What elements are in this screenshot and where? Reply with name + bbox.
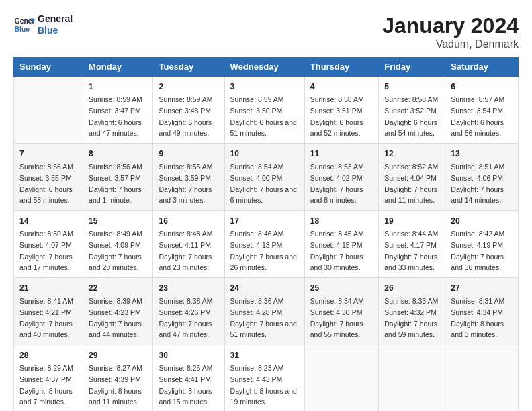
cell-w1-d4: 11Sunrise: 8:53 AMSunset: 4:02 PMDayligh… xyxy=(304,144,378,211)
daylight: Daylight: 7 hours and 6 minutes. xyxy=(230,185,297,205)
cell-w0-d3: 3Sunrise: 8:59 AMSunset: 3:50 PMDaylight… xyxy=(224,77,304,144)
day-number: 17 xyxy=(230,215,299,227)
daylight: Daylight: 7 hours and 40 minutes. xyxy=(19,320,73,339)
sunset: Sunset: 3:51 PM xyxy=(310,107,363,115)
sunset: Sunset: 3:52 PM xyxy=(384,107,437,115)
sunrise: Sunrise: 8:59 AM xyxy=(89,95,142,103)
sunset: Sunset: 4:21 PM xyxy=(19,308,72,316)
sunrise: Sunrise: 8:57 AM xyxy=(451,95,504,103)
daylight: Daylight: 7 hours and 44 minutes. xyxy=(89,320,142,339)
week-row-1: 7Sunrise: 8:56 AMSunset: 3:55 PMDaylight… xyxy=(14,144,519,211)
cell-w2-d2: 16Sunrise: 8:48 AMSunset: 4:11 PMDayligh… xyxy=(153,211,224,278)
day-number: 31 xyxy=(230,349,299,361)
cell-w0-d6: 6Sunrise: 8:57 AMSunset: 3:54 PMDaylight… xyxy=(445,77,519,144)
sunrise: Sunrise: 8:33 AM xyxy=(384,297,438,305)
sunset: Sunset: 4:04 PM xyxy=(384,174,437,182)
cell-w2-d1: 15Sunrise: 8:49 AMSunset: 4:09 PMDayligh… xyxy=(83,211,153,278)
cell-w4-d1: 29Sunrise: 8:27 AMSunset: 4:39 PMDayligh… xyxy=(83,345,153,412)
sunrise: Sunrise: 8:51 AM xyxy=(451,163,504,171)
calendar-table: Sunday Monday Tuesday Wednesday Thursday… xyxy=(13,57,519,411)
sunset: Sunset: 4:37 PM xyxy=(19,375,72,383)
day-number: 4 xyxy=(310,81,373,93)
week-row-0: 1Sunrise: 8:59 AMSunset: 3:47 PMDaylight… xyxy=(14,77,519,144)
cell-w0-d5: 5Sunrise: 8:58 AMSunset: 3:52 PMDaylight… xyxy=(379,77,445,144)
day-number: 22 xyxy=(89,282,147,294)
sunset: Sunset: 3:59 PM xyxy=(159,174,211,182)
day-number: 20 xyxy=(451,215,513,227)
sunrise: Sunrise: 8:45 AM xyxy=(310,230,364,238)
sunset: Sunset: 4:11 PM xyxy=(159,241,211,249)
daylight: Daylight: 7 hours and 11 minutes. xyxy=(384,185,437,205)
cell-w3-d5: 26Sunrise: 8:33 AMSunset: 4:32 PMDayligh… xyxy=(379,278,445,345)
day-number: 26 xyxy=(384,282,439,294)
day-number: 24 xyxy=(230,282,299,294)
sunrise: Sunrise: 8:58 AM xyxy=(310,95,364,103)
sunset: Sunset: 4:06 PM xyxy=(451,174,503,182)
day-number: 11 xyxy=(310,148,373,160)
cell-w3-d2: 23Sunrise: 8:38 AMSunset: 4:26 PMDayligh… xyxy=(153,278,224,345)
day-number: 19 xyxy=(384,215,439,227)
day-number: 28 xyxy=(19,349,77,361)
header-row: Sunday Monday Tuesday Wednesday Thursday… xyxy=(14,58,519,77)
sunrise: Sunrise: 8:41 AM xyxy=(19,297,73,305)
col-saturday: Saturday xyxy=(445,58,519,77)
sunrise: Sunrise: 8:29 AM xyxy=(19,364,73,372)
day-number: 25 xyxy=(310,282,373,294)
daylight: Daylight: 8 hours and 19 minutes. xyxy=(230,387,297,406)
cell-w1-d3: 10Sunrise: 8:54 AMSunset: 4:00 PMDayligh… xyxy=(224,144,304,211)
sunrise: Sunrise: 8:59 AM xyxy=(159,95,212,103)
col-sunday: Sunday xyxy=(14,58,83,77)
col-wednesday: Wednesday xyxy=(224,58,304,77)
sunset: Sunset: 4:02 PM xyxy=(310,174,363,182)
sunset: Sunset: 4:26 PM xyxy=(159,308,211,316)
cell-w4-d0: 28Sunrise: 8:29 AMSunset: 4:37 PMDayligh… xyxy=(14,345,83,412)
sunrise: Sunrise: 8:50 AM xyxy=(19,230,73,238)
cell-w4-d2: 30Sunrise: 8:25 AMSunset: 4:41 PMDayligh… xyxy=(153,345,224,412)
day-number: 16 xyxy=(159,215,218,227)
sunset: Sunset: 4:09 PM xyxy=(89,241,141,249)
sunrise: Sunrise: 8:48 AM xyxy=(159,230,212,238)
daylight: Daylight: 6 hours and 49 minutes. xyxy=(159,118,212,138)
daylight: Daylight: 8 hours and 15 minutes. xyxy=(159,387,212,406)
day-number: 21 xyxy=(19,282,77,294)
daylight: Daylight: 7 hours and 33 minutes. xyxy=(384,253,437,272)
cell-w4-d4 xyxy=(304,345,378,412)
sunrise: Sunrise: 8:59 AM xyxy=(230,95,284,103)
day-number: 14 xyxy=(19,215,77,227)
day-number: 8 xyxy=(89,148,147,160)
day-number: 18 xyxy=(310,215,373,227)
cell-w1-d1: 8Sunrise: 8:56 AMSunset: 3:57 PMDaylight… xyxy=(83,144,153,211)
sunset: Sunset: 4:41 PM xyxy=(159,375,211,383)
daylight: Daylight: 7 hours and 3 minutes. xyxy=(159,185,212,205)
col-thursday: Thursday xyxy=(304,58,378,77)
cell-w3-d3: 24Sunrise: 8:36 AMSunset: 4:28 PMDayligh… xyxy=(224,278,304,345)
week-row-4: 28Sunrise: 8:29 AMSunset: 4:37 PMDayligh… xyxy=(14,345,519,412)
sunrise: Sunrise: 8:53 AM xyxy=(310,163,364,171)
logo-line1: General xyxy=(38,13,73,25)
cell-w0-d2: 2Sunrise: 8:59 AMSunset: 3:48 PMDaylight… xyxy=(153,77,224,144)
cell-w2-d0: 14Sunrise: 8:50 AMSunset: 4:07 PMDayligh… xyxy=(14,211,83,278)
daylight: Daylight: 7 hours and 8 minutes. xyxy=(310,185,363,205)
daylight: Daylight: 7 hours and 30 minutes. xyxy=(310,253,363,272)
day-number: 15 xyxy=(89,215,147,227)
sunrise: Sunrise: 8:49 AM xyxy=(89,230,142,238)
sunrise: Sunrise: 8:39 AM xyxy=(89,297,142,305)
sunrise: Sunrise: 8:23 AM xyxy=(230,364,284,372)
sunset: Sunset: 3:47 PM xyxy=(89,107,141,115)
sunset: Sunset: 3:50 PM xyxy=(230,107,283,115)
daylight: Daylight: 7 hours and 17 minutes. xyxy=(19,253,73,272)
cell-w3-d1: 22Sunrise: 8:39 AMSunset: 4:23 PMDayligh… xyxy=(83,278,153,345)
day-number: 1 xyxy=(89,81,147,93)
cell-w2-d4: 18Sunrise: 8:45 AMSunset: 4:15 PMDayligh… xyxy=(304,211,378,278)
cell-w3-d4: 25Sunrise: 8:34 AMSunset: 4:30 PMDayligh… xyxy=(304,278,378,345)
daylight: Daylight: 7 hours and 36 minutes. xyxy=(451,253,504,272)
day-number: 12 xyxy=(384,148,439,160)
daylight: Daylight: 7 hours and 1 minute. xyxy=(89,185,142,205)
sunset: Sunset: 4:17 PM xyxy=(384,241,437,249)
sunset: Sunset: 3:57 PM xyxy=(89,174,141,182)
col-friday: Friday xyxy=(379,58,445,77)
cell-w2-d3: 17Sunrise: 8:46 AMSunset: 4:13 PMDayligh… xyxy=(224,211,304,278)
sunrise: Sunrise: 8:46 AM xyxy=(230,230,284,238)
cell-w1-d5: 12Sunrise: 8:52 AMSunset: 4:04 PMDayligh… xyxy=(379,144,445,211)
daylight: Daylight: 6 hours and 52 minutes. xyxy=(310,118,363,138)
